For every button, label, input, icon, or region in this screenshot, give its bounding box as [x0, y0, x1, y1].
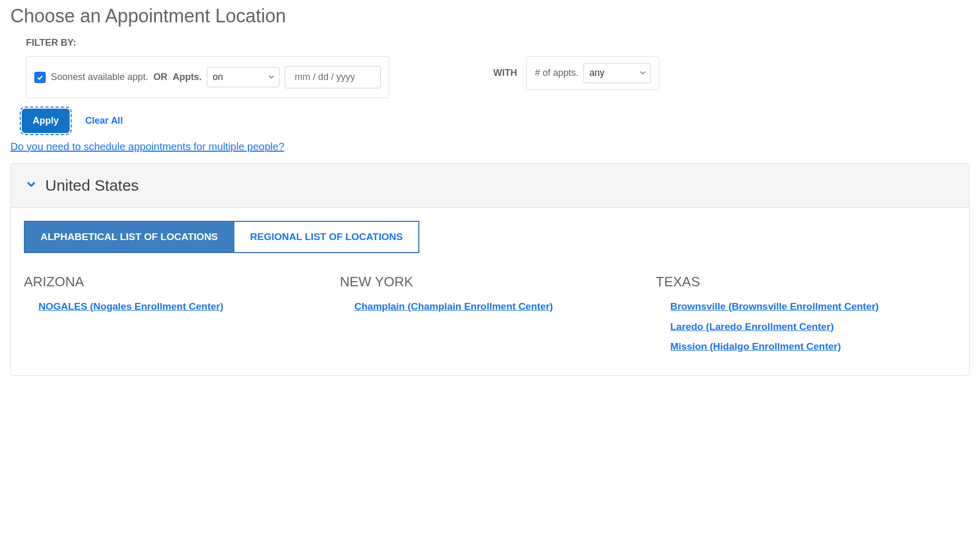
- chevron-down-icon: [268, 72, 275, 83]
- states-grid: ARIZONANOGALES (Nogales Enrollment Cente…: [11, 253, 969, 375]
- date-input[interactable]: mm / dd / yyyy: [285, 66, 381, 88]
- num-appts-label: # of appts.: [535, 68, 578, 78]
- location-link[interactable]: Mission (Hidalgo Enrollment Center): [670, 339, 956, 354]
- country-header[interactable]: United States: [11, 164, 969, 208]
- location-link[interactable]: Champlain (Champlain Enrollment Center): [354, 299, 640, 314]
- state-name: NEW YORK: [340, 274, 640, 290]
- location-link[interactable]: NOGALES (Nogales Enrollment Center): [38, 299, 324, 314]
- country-name: United States: [45, 177, 139, 194]
- state-name: TEXAS: [656, 274, 956, 290]
- page-title: Choose an Appointment Location: [10, 5, 970, 27]
- state-column: ARIZONANOGALES (Nogales Enrollment Cente…: [24, 274, 324, 360]
- on-select-value: on: [213, 72, 223, 83]
- or-label: OR: [153, 72, 167, 83]
- soonest-checkbox[interactable]: [34, 72, 46, 83]
- filter-row: Soonest available appt. OR Appts. on mm …: [26, 56, 970, 98]
- filter-box-left: Soonest available appt. OR Appts. on mm …: [26, 56, 389, 98]
- any-select-value: any: [589, 68, 604, 78]
- chevron-down-icon: [27, 180, 36, 191]
- location-list: NOGALES (Nogales Enrollment Center): [24, 299, 324, 314]
- tabs-row: ALPHABETICAL LIST OF LOCATIONS REGIONAL …: [24, 221, 956, 253]
- with-label: WITH: [493, 68, 517, 78]
- tab-regional[interactable]: REGIONAL LIST OF LOCATIONS: [234, 221, 419, 253]
- apply-button[interactable]: Apply: [22, 109, 70, 133]
- location-link[interactable]: Brownsville (Brownsville Enrollment Cent…: [670, 299, 956, 314]
- filter-with-group: WITH # of appts. any: [493, 56, 659, 90]
- state-name: ARIZONA: [24, 274, 324, 290]
- state-column: NEW YORKChamplain (Champlain Enrollment …: [340, 274, 640, 360]
- state-column: TEXASBrownsville (Brownsville Enrollment…: [656, 274, 956, 360]
- country-panel: United States ALPHABETICAL LIST OF LOCAT…: [10, 163, 970, 376]
- filter-by-label: FILTER BY:: [26, 37, 970, 48]
- clear-all-button[interactable]: Clear All: [85, 115, 123, 126]
- filter-box-right: # of appts. any: [526, 56, 659, 90]
- multiple-people-link[interactable]: Do you need to schedule appointments for…: [10, 141, 284, 153]
- buttons-row: Apply Clear All: [22, 109, 970, 133]
- on-select[interactable]: on: [207, 67, 280, 87]
- tab-alphabetical[interactable]: ALPHABETICAL LIST OF LOCATIONS: [24, 221, 234, 253]
- appts-label: Appts.: [173, 72, 202, 83]
- check-icon: [36, 74, 44, 81]
- any-select[interactable]: any: [584, 63, 651, 83]
- date-placeholder: mm / dd / yyyy: [295, 72, 355, 83]
- location-list: Champlain (Champlain Enrollment Center): [340, 299, 640, 314]
- location-link[interactable]: Laredo (Laredo Enrollment Center): [670, 320, 956, 335]
- chevron-down-icon: [639, 68, 646, 78]
- filter-section: FILTER BY: Soonest available appt. OR Ap…: [10, 37, 970, 133]
- location-list: Brownsville (Brownsville Enrollment Cent…: [656, 299, 956, 354]
- soonest-label: Soonest available appt.: [51, 72, 148, 83]
